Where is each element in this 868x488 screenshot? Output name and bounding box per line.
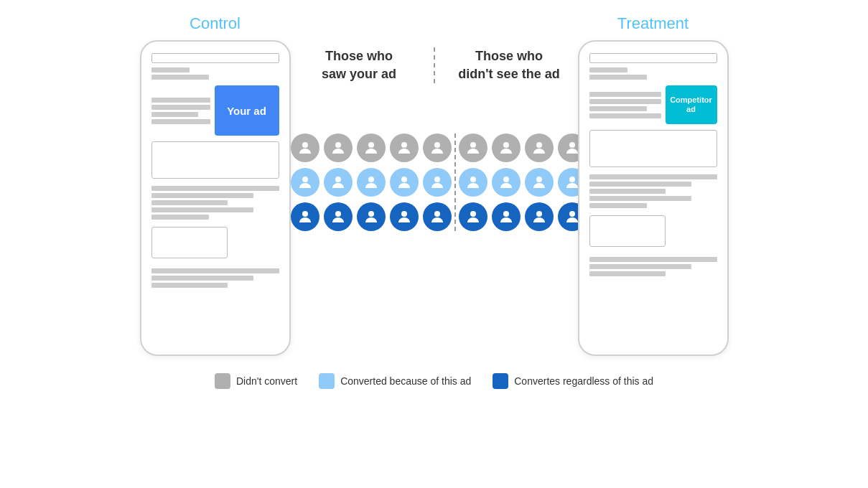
ph-line bbox=[589, 99, 661, 104]
person-light-blue bbox=[525, 168, 554, 197]
legend-label-grey: Didn't convert bbox=[236, 375, 297, 387]
ph-line bbox=[151, 276, 253, 281]
ph-line bbox=[589, 264, 691, 269]
ph-line bbox=[589, 75, 647, 80]
person-grey bbox=[324, 133, 353, 162]
person-dark-blue bbox=[291, 202, 319, 231]
legend-item-darkblue: Convertes regardless of this ad bbox=[493, 373, 653, 389]
person-dark-blue bbox=[492, 202, 521, 231]
ph-content-block-1 bbox=[151, 141, 279, 179]
ph-line bbox=[589, 106, 647, 111]
ph-line bbox=[151, 112, 199, 117]
ph-line bbox=[151, 75, 209, 80]
svg-point-7 bbox=[368, 177, 374, 182]
svg-point-15 bbox=[470, 142, 476, 148]
svg-point-11 bbox=[335, 211, 341, 217]
legend-box-lightblue bbox=[319, 373, 335, 389]
ph-lines-t3 bbox=[589, 257, 717, 276]
person-light-blue bbox=[357, 168, 386, 197]
svg-point-20 bbox=[470, 177, 476, 182]
svg-point-18 bbox=[569, 142, 575, 148]
person-grey bbox=[291, 133, 319, 162]
legend-label-lightblue: Converted because of this ad bbox=[340, 375, 471, 387]
ph-text-left-t bbox=[589, 92, 661, 118]
person-dark-blue bbox=[390, 202, 419, 231]
person-light-blue bbox=[459, 168, 487, 197]
ph-line bbox=[151, 207, 253, 212]
svg-point-6 bbox=[335, 177, 341, 182]
ph-bar-t1 bbox=[589, 53, 717, 63]
svg-point-27 bbox=[536, 211, 542, 217]
person-dark-blue bbox=[459, 202, 487, 231]
legend-box-darkblue bbox=[493, 373, 508, 389]
ph-line bbox=[589, 182, 691, 187]
person-grey bbox=[492, 133, 521, 162]
legend-item-grey: Didn't convert bbox=[215, 373, 297, 389]
person-grey bbox=[390, 133, 419, 162]
svg-point-22 bbox=[536, 177, 542, 182]
ph-small-block bbox=[151, 227, 228, 258]
svg-point-26 bbox=[503, 211, 509, 217]
person-light-blue bbox=[324, 168, 353, 197]
right-label: Those who didn't see the ad bbox=[441, 47, 578, 83]
people-section bbox=[291, 133, 578, 231]
svg-point-9 bbox=[434, 177, 440, 182]
ph-small-row-t bbox=[589, 215, 717, 247]
person-dark-blue bbox=[324, 202, 353, 231]
svg-point-3 bbox=[401, 142, 407, 148]
ph-small-row bbox=[151, 227, 279, 258]
left-label: Those who saw your ad bbox=[291, 47, 428, 83]
ph-line bbox=[589, 174, 717, 179]
ph-line bbox=[151, 67, 190, 72]
ph-content-block-t bbox=[589, 130, 717, 167]
ph-line bbox=[589, 203, 647, 208]
people-divider bbox=[454, 133, 456, 231]
ph-lines-2 bbox=[151, 186, 279, 220]
svg-point-16 bbox=[503, 142, 509, 148]
svg-point-4 bbox=[434, 142, 440, 148]
people-row-lightblue-left bbox=[291, 168, 452, 197]
ph-small-block-t bbox=[589, 215, 666, 247]
legend-box-grey bbox=[215, 373, 230, 389]
person-light-blue bbox=[390, 168, 419, 197]
ph-text-left bbox=[151, 98, 210, 124]
control-title: Control bbox=[190, 14, 241, 33]
person-light-blue bbox=[291, 168, 319, 197]
main-container: Control Your ad bbox=[0, 14, 868, 356]
svg-point-17 bbox=[536, 142, 542, 148]
svg-point-1 bbox=[335, 142, 341, 148]
ph-line bbox=[589, 271, 666, 276]
person-light-blue bbox=[492, 168, 521, 197]
svg-point-25 bbox=[470, 211, 476, 217]
person-grey bbox=[525, 133, 554, 162]
ph-lines-t1 bbox=[589, 67, 717, 80]
your-ad-box: Your ad bbox=[215, 85, 279, 136]
legend: Didn't convert Converted because of this… bbox=[215, 373, 653, 389]
ph-line bbox=[589, 92, 661, 97]
svg-point-14 bbox=[434, 211, 440, 217]
ph-lines-3 bbox=[151, 268, 279, 288]
person-dark-blue bbox=[357, 202, 386, 231]
ph-line bbox=[589, 189, 666, 194]
svg-point-2 bbox=[368, 142, 374, 148]
control-phone: Your ad bbox=[140, 40, 291, 356]
svg-point-12 bbox=[368, 211, 374, 217]
person-grey bbox=[357, 133, 386, 162]
ph-line bbox=[151, 283, 228, 288]
labels-row: Those who saw your ad Those who didn't s… bbox=[291, 47, 578, 83]
competitor-ad-box: Competitor ad bbox=[666, 85, 717, 124]
ph-line bbox=[151, 98, 210, 103]
ph-line bbox=[151, 105, 210, 110]
ph-line bbox=[589, 113, 661, 118]
svg-point-23 bbox=[569, 177, 575, 182]
ph-bar-1 bbox=[151, 53, 279, 63]
person-dark-blue bbox=[525, 202, 554, 231]
ph-line bbox=[151, 200, 228, 205]
treatment-phone: Competitor ad bbox=[578, 40, 729, 356]
ph-ad-row-t: Competitor ad bbox=[589, 84, 717, 126]
svg-point-13 bbox=[401, 211, 407, 217]
svg-point-5 bbox=[302, 177, 308, 182]
ph-line bbox=[589, 257, 717, 262]
svg-point-21 bbox=[503, 177, 509, 182]
person-grey bbox=[423, 133, 452, 162]
